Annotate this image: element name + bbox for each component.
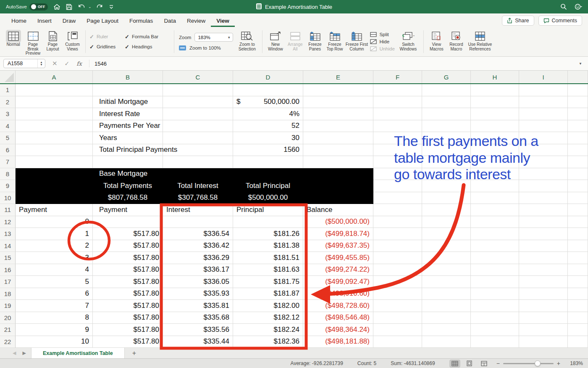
cell-A15[interactable]: 3 xyxy=(16,252,93,264)
cell-J5[interactable] xyxy=(568,132,588,144)
cell-A9[interactable] xyxy=(16,180,93,192)
cell-B4[interactable]: Payments Per Year xyxy=(93,120,163,132)
row-header-8[interactable]: 8 xyxy=(0,168,16,180)
row-header-7[interactable]: 7 xyxy=(0,156,16,168)
cell-B11[interactable]: Payment xyxy=(93,204,163,216)
zoom-slider-track[interactable] xyxy=(503,363,554,364)
cell-C7[interactable] xyxy=(163,156,233,168)
cell-F21[interactable] xyxy=(373,324,422,336)
cell-C4[interactable] xyxy=(163,120,233,132)
cell-J22[interactable] xyxy=(568,336,588,348)
cell-C1[interactable] xyxy=(163,84,233,96)
cell-I2[interactable] xyxy=(519,96,568,109)
cell-F19[interactable] xyxy=(373,300,422,312)
cell-B13[interactable]: $517.80 xyxy=(93,228,163,240)
cell-B8[interactable]: Base Mortgage xyxy=(93,168,163,180)
cell-A14[interactable]: 2 xyxy=(16,240,93,252)
tab-data[interactable]: Data xyxy=(158,14,181,27)
cell-H18[interactable] xyxy=(471,288,519,300)
cell-D10[interactable]: $500,000.00 xyxy=(233,192,303,204)
cell-G15[interactable] xyxy=(422,252,471,264)
cell-H19[interactable] xyxy=(471,300,519,312)
cell-I12[interactable] xyxy=(519,216,568,228)
cell-G12[interactable] xyxy=(422,216,471,228)
cell-E6[interactable] xyxy=(303,144,373,156)
col-header-I[interactable]: I xyxy=(519,71,568,83)
cell-D7[interactable] xyxy=(233,156,303,168)
cell-E16[interactable]: ($499,274.22) xyxy=(303,264,373,276)
cell-A22[interactable]: 10 xyxy=(16,336,93,348)
cell-A21[interactable]: 9 xyxy=(16,324,93,336)
cell-J14[interactable] xyxy=(568,240,588,252)
cell-F22[interactable] xyxy=(373,336,422,348)
cell-G17[interactable] xyxy=(422,276,471,288)
cell-J13[interactable] xyxy=(568,228,588,240)
cell-C6[interactable] xyxy=(163,144,233,156)
cell-B14[interactable]: $517.80 xyxy=(93,240,163,252)
cell-C17[interactable]: $336.05 xyxy=(163,276,233,288)
row-header-4[interactable]: 4 xyxy=(0,120,16,132)
cell-A10[interactable] xyxy=(16,192,93,204)
cell-D6[interactable]: 1560 xyxy=(233,144,303,156)
cell-D1[interactable] xyxy=(233,84,303,96)
formula-input[interactable]: 1546 xyxy=(94,61,107,67)
cell-F15[interactable] xyxy=(373,252,422,264)
cell-A8[interactable] xyxy=(16,168,93,180)
cell-J4[interactable] xyxy=(568,120,588,132)
formula-bar-expand-icon[interactable]: ▼ xyxy=(579,62,585,66)
cell-C3[interactable] xyxy=(163,108,233,120)
cell-J21[interactable] xyxy=(568,324,588,336)
cell-I1[interactable] xyxy=(519,84,568,96)
zoom-to-100-button[interactable]: Zoom to 100% xyxy=(179,45,233,50)
ribbon-display-icon[interactable] xyxy=(109,4,114,9)
cell-D8[interactable] xyxy=(233,168,303,180)
cell-D11[interactable]: Principal xyxy=(233,204,303,216)
row-header-15[interactable]: 15 xyxy=(0,252,16,264)
headings-checkbox[interactable]: ✓Headings xyxy=(125,42,170,52)
tab-insert[interactable]: Insert xyxy=(32,14,57,27)
cell-B9[interactable]: Total Payments xyxy=(93,180,163,192)
cell-J17[interactable] xyxy=(568,276,588,288)
home-icon[interactable] xyxy=(53,3,60,10)
add-sheet-button[interactable]: + xyxy=(125,348,144,358)
cell-G10[interactable] xyxy=(422,192,471,204)
cell-H20[interactable] xyxy=(471,312,519,324)
row-header-16[interactable]: 16 xyxy=(0,264,16,276)
cell-D12[interactable] xyxy=(233,216,303,228)
cell-B19[interactable]: $517.80 xyxy=(93,300,163,312)
cell-F12[interactable] xyxy=(373,216,422,228)
cell-J16[interactable] xyxy=(568,264,588,276)
tab-page-layout[interactable]: Page Layout xyxy=(81,14,124,27)
cancel-entry-icon[interactable]: ✕ xyxy=(52,60,58,67)
cell-I18[interactable] xyxy=(519,288,568,300)
cell-J2[interactable] xyxy=(568,96,588,109)
cell-H16[interactable] xyxy=(471,264,519,276)
cell-B20[interactable]: $517.80 xyxy=(93,312,163,324)
row-header-1[interactable]: 1 xyxy=(0,84,16,96)
cell-E11[interactable]: Balance xyxy=(303,204,373,216)
col-header-F[interactable]: F xyxy=(373,71,422,83)
account-icon[interactable] xyxy=(575,3,582,10)
cell-I13[interactable] xyxy=(519,228,568,240)
cell-J18[interactable] xyxy=(568,288,588,300)
tab-nav-left-icon[interactable]: ◀ xyxy=(13,350,16,356)
cell-G20[interactable] xyxy=(422,312,471,324)
cell-B10[interactable]: $807,768.58 xyxy=(93,192,163,204)
row-header-2[interactable]: 2 xyxy=(0,96,16,109)
custom-views-button[interactable]: Custom Views xyxy=(63,29,82,51)
cell-G14[interactable] xyxy=(422,240,471,252)
cell-H4[interactable] xyxy=(471,120,519,132)
cell-D20[interactable]: $182.12 xyxy=(233,312,303,324)
cell-B2[interactable]: Initial Mortgage xyxy=(93,96,163,109)
normal-view-button[interactable]: Normal xyxy=(3,29,23,47)
cell-D22[interactable]: $182.36 xyxy=(233,336,303,348)
cell-C18[interactable]: $335.93 xyxy=(163,288,233,300)
cell-J9[interactable] xyxy=(568,180,588,192)
cell-H1[interactable] xyxy=(471,84,519,96)
cell-C19[interactable]: $335.81 xyxy=(163,300,233,312)
col-header-H[interactable]: H xyxy=(471,71,519,83)
cell-C5[interactable] xyxy=(163,132,233,144)
cell-I4[interactable] xyxy=(519,120,568,132)
cell-A19[interactable]: 7 xyxy=(16,300,93,312)
comments-button[interactable]: Comments xyxy=(538,16,582,26)
